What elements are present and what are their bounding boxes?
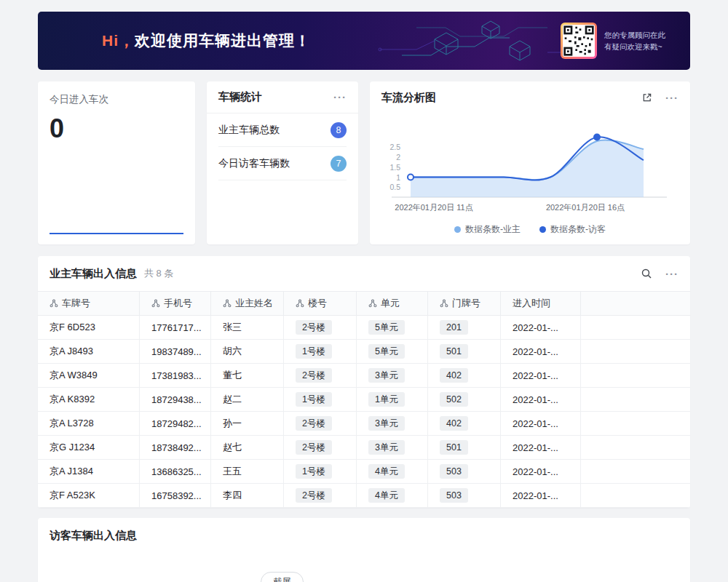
cell-building: 1号楼	[284, 460, 357, 483]
cell-owner: 孙一	[211, 412, 284, 435]
legend-dot-icon	[539, 226, 546, 233]
tag-value: 402	[440, 368, 468, 383]
cell-unit: 3单元	[357, 436, 428, 459]
cell-building: 2号楼	[284, 364, 357, 387]
cell-owner: 张三	[211, 316, 284, 339]
cell-plate: 京A W3849	[38, 364, 140, 387]
qr-code	[563, 25, 595, 57]
stat-row[interactable]: 业主车辆总数8	[218, 113, 347, 147]
cell-filler	[581, 340, 690, 363]
cell-filler	[581, 316, 690, 339]
tag-value: 402	[440, 416, 468, 431]
cell-time: 2022-01-...	[501, 436, 581, 459]
qr-caption-line2: 有疑问欢迎来戳~	[604, 41, 677, 52]
table-row[interactable]: 京A K839218729438...赵二1号楼1单元5022022-01-..…	[38, 388, 690, 412]
cell-phone: 18738492...	[140, 436, 211, 459]
table-row[interactable]: 京F 6D52317761717...张三2号楼5单元2012022-01-..…	[38, 316, 690, 340]
cell-door: 501	[428, 340, 501, 363]
column-label: 业主姓名	[235, 297, 273, 310]
flow-card-title: 车流分析图	[381, 91, 436, 105]
column-label: 手机号	[164, 297, 192, 310]
stat-row[interactable]: 今日访客车辆数7	[218, 147, 347, 180]
cell-plate: 京A J8493	[38, 340, 140, 363]
tag-value: 3单元	[368, 440, 405, 455]
table-row[interactable]: 京A L372818729482...孙一2号楼3单元4022022-01-..…	[38, 412, 690, 436]
column-header-unit[interactable]: 单元	[357, 292, 428, 315]
cell-door: 502	[428, 388, 501, 411]
column-header-phone[interactable]: 手机号	[140, 292, 211, 315]
table-row[interactable]: 京G J123418738492...赵七2号楼3单元5012022-01-..…	[38, 436, 690, 460]
legend-item[interactable]: 数据条数-访客	[539, 223, 606, 236]
cell-unit: 5单元	[357, 340, 428, 363]
cell-time: 2022-01-...	[501, 460, 581, 483]
greeting-text: 欢迎使用车辆进出管理！	[135, 32, 311, 49]
more-icon[interactable]: ···	[333, 92, 347, 103]
column-label: 门牌号	[452, 297, 480, 310]
cell-owner: 赵七	[211, 436, 284, 459]
cell-owner: 王五	[211, 460, 284, 483]
tag-value: 1单元	[368, 392, 405, 407]
cell-owner: 赵二	[211, 388, 284, 411]
owner-table-count: 共 8 条	[144, 267, 173, 280]
more-icon[interactable]: ···	[665, 92, 678, 103]
column-label: 楼号	[308, 297, 327, 310]
table-row[interactable]: 京F A523K16758392...李四2号楼4单元5032022-01-..…	[38, 484, 690, 508]
export-icon[interactable]	[641, 92, 652, 103]
cell-building: 1号楼	[284, 340, 357, 363]
tag-value: 201	[440, 320, 468, 335]
today-entries-label: 今日进入车次	[50, 93, 183, 106]
search-icon[interactable]	[641, 268, 652, 279]
cell-building: 2号楼	[284, 412, 357, 435]
stats-card-title: 车辆统计	[218, 90, 262, 104]
cell-phone: 18729438...	[140, 388, 211, 411]
column-label: 进入时间	[513, 297, 550, 310]
tag-value: 4单元	[368, 488, 405, 503]
tag-value: 1号楼	[296, 464, 332, 479]
column-header-building[interactable]: 楼号	[284, 292, 357, 315]
banner-consultant-block: 您的专属顾问在此 有疑问欢迎来戳~	[561, 12, 677, 70]
more-icon[interactable]: ···	[665, 268, 678, 279]
cell-owner: 李四	[211, 484, 284, 507]
column-header-door[interactable]: 门牌号	[428, 292, 501, 315]
tag-value: 3单元	[368, 368, 405, 383]
vehicle-stats-card: 车辆统计 ··· 业主车辆总数8今日访客车辆数7	[207, 81, 358, 244]
cell-phone: 13686325...	[140, 460, 211, 483]
today-card-axis-line	[50, 233, 183, 234]
cell-unit: 3单元	[357, 412, 428, 435]
cell-building: 1号楼	[284, 388, 357, 411]
tag-value: 2号楼	[296, 488, 332, 503]
cell-door: 201	[428, 316, 501, 339]
tag-value: 503	[440, 464, 468, 479]
column-header-time[interactable]: 进入时间	[501, 292, 581, 315]
table-row[interactable]: 京A J138413686325...王五1号楼4单元5032022-01-..…	[38, 460, 690, 484]
cell-building: 2号楼	[284, 436, 357, 459]
column-header-plate[interactable]: 车牌号	[38, 292, 140, 315]
table-row[interactable]: 京A W384917381983...董七2号楼3单元4022022-01-..…	[38, 364, 690, 388]
qr-caption-line1: 您的专属顾问在此	[604, 29, 677, 41]
table-row[interactable]: 京A J849319837489...胡六1号楼5单元5012022-01-..…	[38, 340, 690, 364]
legend-item[interactable]: 数据条数-业主	[454, 223, 521, 236]
legend-label: 数据条数-访客	[550, 223, 606, 236]
tag-value: 2号楼	[296, 320, 332, 335]
cell-door: 503	[428, 460, 501, 483]
stats-list: 业主车辆总数8今日访客车辆数7	[207, 113, 358, 180]
svg-text:0.5: 0.5	[389, 183, 400, 191]
cell-filler	[581, 460, 690, 483]
cell-door: 402	[428, 364, 501, 387]
qr-caption: 您的专属顾问在此 有疑问欢迎来戳~	[604, 29, 677, 52]
column-header-owner[interactable]: 业主姓名	[211, 292, 284, 315]
cell-building: 2号楼	[284, 484, 357, 507]
tag-value: 501	[440, 440, 468, 455]
svg-text:2022年01月20日 16点: 2022年01月20日 16点	[546, 203, 625, 212]
cell-time: 2022-01-...	[501, 316, 581, 339]
stat-badge: 7	[331, 156, 347, 172]
svg-text:2: 2	[396, 153, 400, 162]
legend-label: 数据条数-业主	[465, 223, 521, 236]
welcome-banner: Hi，欢迎使用车辆进出管理！	[38, 12, 690, 70]
cell-time: 2022-01-...	[501, 412, 581, 435]
field-link-icon	[223, 299, 232, 308]
cell-door: 402	[428, 412, 501, 435]
cell-time: 2022-01-...	[501, 364, 581, 387]
screenshot-button[interactable]: 截屏	[261, 572, 304, 582]
tag-value: 503	[440, 488, 468, 503]
